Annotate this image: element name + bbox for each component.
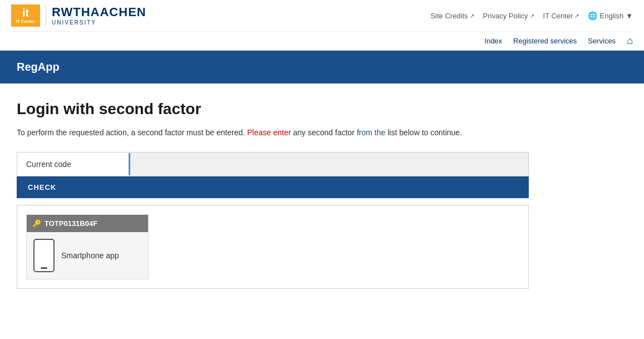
logo-area: it IT Center RWTHAACHEN UNIVERSITY (11, 4, 146, 27)
home-icon[interactable]: ⌂ (627, 35, 633, 47)
token-card: 🔑 TOTP0131B04F Smartphone app (26, 214, 149, 279)
page-header: RegApp (0, 51, 644, 83)
external-link-icon-1: ↗ (530, 13, 534, 19)
description: To perform the requested action, a secon… (17, 127, 596, 139)
site-credits-link[interactable]: Site Credits ↗ (430, 12, 474, 20)
globe-icon: 🌐 (588, 11, 597, 20)
desc-highlight2: from the (357, 128, 385, 137)
smartphone-icon (33, 239, 55, 272)
rwth-name: RWTHAACHEN (52, 6, 146, 19)
page-title: Login with second factor (17, 100, 596, 118)
current-code-label: Current code (17, 154, 129, 174)
external-link-icon-0: ↗ (470, 13, 474, 19)
external-link-icon-2: ↗ (574, 13, 579, 19)
logo-it-text: it (22, 7, 29, 18)
key-icon: 🔑 (32, 219, 41, 228)
chevron-down-icon: ▼ (626, 12, 633, 20)
nav-services[interactable]: Services (588, 37, 616, 45)
logo-center-label: IT Center (16, 19, 36, 24)
desc-highlight1: Please enter (245, 128, 291, 137)
desc-part2: any second factor (291, 128, 357, 137)
it-center-link[interactable]: IT Center ↗ (543, 12, 579, 20)
nav-index[interactable]: Index (484, 37, 502, 45)
form-container: Current code CHECK 🔑 TOTP0131B04F Smartp… (17, 152, 529, 289)
desc-part3: list below to continue. (385, 128, 462, 137)
rwth-logo: RWTHAACHEN UNIVERSITY (52, 6, 146, 25)
token-id: TOTP0131B04F (45, 219, 97, 228)
current-code-input[interactable] (130, 153, 528, 176)
current-code-row: Current code (17, 152, 529, 176)
main-content: Login with second factor To perform the … (0, 83, 612, 306)
it-center-logo: it IT Center (11, 4, 40, 27)
check-button[interactable]: CHECK (17, 176, 529, 198)
top-links: Site Credits ↗ Privacy Policy ↗ IT Cente… (430, 11, 633, 20)
top-bar: it IT Center RWTHAACHEN UNIVERSITY Site … (0, 0, 644, 51)
page-header-title: RegApp (17, 61, 627, 73)
nav-bar: Index Registered services Services ⌂ (11, 31, 633, 50)
token-type-label: Smartphone app (61, 251, 119, 260)
token-body: Smartphone app (27, 232, 148, 279)
language-selector[interactable]: 🌐 English ▼ (588, 11, 633, 20)
desc-part1: To perform the requested action, a secon… (17, 128, 245, 137)
top-bar-upper: it IT Center RWTHAACHEN UNIVERSITY Site … (11, 0, 633, 31)
logo-divider (46, 6, 46, 26)
nav-registered-services[interactable]: Registered services (513, 37, 577, 45)
rwth-university: UNIVERSITY (52, 19, 146, 26)
language-label: English (599, 12, 623, 20)
token-area: 🔑 TOTP0131B04F Smartphone app (17, 205, 529, 289)
privacy-policy-link[interactable]: Privacy Policy ↗ (483, 12, 534, 20)
token-header: 🔑 TOTP0131B04F (27, 215, 148, 232)
